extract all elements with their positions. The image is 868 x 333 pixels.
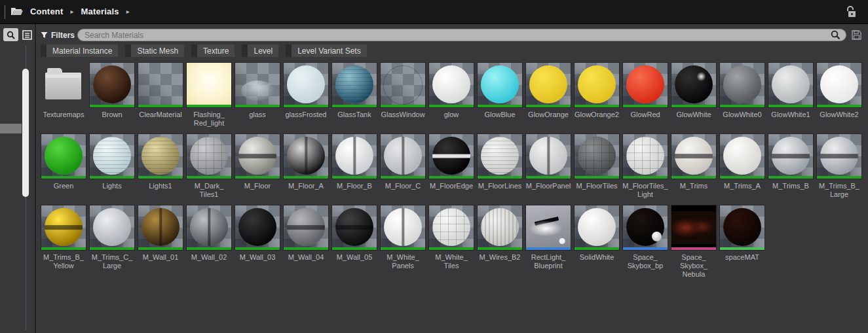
- asset-tile-M_White_Tiles[interactable]: M_​White_​Tiles: [429, 205, 474, 279]
- asset-tile-M_Floor[interactable]: M_​Floor: [235, 134, 280, 199]
- asset-tile-GlowRed[interactable]: GlowRed: [623, 63, 668, 128]
- asset-tile-M_Floor_C[interactable]: M_​Floor_​C: [381, 134, 425, 199]
- asset-tile-M_Wires_B2[interactable]: M_​Wires_​B2: [478, 205, 522, 279]
- funnel-icon: [41, 31, 48, 39]
- asset-tile-Green[interactable]: Green: [41, 134, 86, 199]
- asset-thumbnail: [381, 63, 425, 107]
- breadcrumb-caret-icon: ▸: [71, 8, 74, 15]
- asset-tile-Flashing_Red_light[interactable]: Flashing_​Red_​light: [187, 63, 231, 128]
- asset-tile-M_Dark_Tiles1[interactable]: M_​Dark_​Tiles1: [187, 134, 231, 199]
- asset-sphere-preview: [384, 137, 422, 175]
- asset-sphere-preview: [93, 65, 131, 103]
- asset-label: M_​FloorLines: [476, 182, 523, 199]
- breadcrumb-content[interactable]: Content: [30, 7, 64, 16]
- search-toggle-button[interactable]: [3, 28, 18, 41]
- asset-tile-M_Floor_A[interactable]: M_​Floor_​A: [284, 134, 328, 199]
- asset-tile-Texturemaps[interactable]: Texturemaps: [41, 63, 86, 128]
- filter-chip-label: Texture: [197, 44, 235, 57]
- asset-tile-Lights[interactable]: Lights: [90, 134, 134, 199]
- asset-tile-M_Trims_B_Large[interactable]: M_​Trims_​B_​Large: [817, 134, 861, 199]
- asset-tile-M_White_Panels[interactable]: M_​White_​Panels: [381, 205, 425, 279]
- asset-sphere-preview: [142, 137, 179, 175]
- lock-open-icon[interactable]: [846, 6, 856, 18]
- asset-type-bar: [138, 176, 183, 179]
- filter-chip-static-mesh[interactable]: Static Mesh: [125, 44, 184, 57]
- asset-thumbnail: [478, 205, 522, 250]
- asset-tile-GlassTank[interactable]: GlassTank: [332, 63, 377, 128]
- asset-tile-SolidWhite[interactable]: SolidWhite: [575, 205, 619, 279]
- filter-chip-texture[interactable]: Texture: [191, 44, 235, 57]
- asset-thumbnail: [671, 134, 716, 179]
- content-browser-window: Content ▸ Materials ▸ Filter: [0, 0, 868, 333]
- search-materials-input[interactable]: [83, 30, 831, 41]
- asset-tile-glow[interactable]: glow: [429, 63, 474, 128]
- asset-tile-M_FloorTiles_Light[interactable]: M_​FloorTiles_​Light: [623, 134, 668, 199]
- asset-thumbnail: [332, 205, 377, 250]
- sources-panel-handle[interactable]: [0, 124, 22, 133]
- asset-label: M_​Trims_​B_​Yellow: [40, 253, 87, 270]
- asset-type-bar: [138, 105, 183, 107]
- breadcrumb-materials[interactable]: Materials: [81, 7, 119, 16]
- view-options-button[interactable]: [20, 28, 34, 41]
- asset-sphere-preview: [772, 65, 810, 103]
- asset-tile-GlowWhite0[interactable]: GlowWhite0: [720, 63, 764, 128]
- filter-chip-level[interactable]: Level: [242, 44, 278, 57]
- filter-chip-material-instance[interactable]: Material Instance: [41, 44, 118, 57]
- asset-tile-Space_Skybox_Nebula[interactable]: Space_​Skybox_​Nebula: [671, 205, 716, 279]
- asset-tile-M_FloorTiles[interactable]: M_​FloorTiles: [575, 134, 619, 199]
- asset-tile-M_Trims_A[interactable]: M_​Trims_​A: [720, 134, 764, 199]
- asset-tile-glassFrosted[interactable]: glassFrosted: [284, 63, 328, 128]
- asset-tile-GlowOrange2[interactable]: GlowOrange2: [575, 63, 619, 128]
- asset-sphere-preview: [45, 137, 83, 175]
- asset-tile-GlowWhite[interactable]: GlowWhite: [671, 63, 716, 128]
- asset-label: GlassWindow: [379, 111, 426, 128]
- asset-thumbnail: [575, 205, 619, 250]
- asset-tile-GlassWindow[interactable]: GlassWindow: [381, 63, 425, 128]
- asset-label: M_​FloorTiles: [573, 182, 620, 199]
- asset-sphere-preview: [578, 208, 616, 246]
- asset-tile-M_Wall_05[interactable]: M_​Wall_​05: [332, 205, 377, 279]
- asset-tile-ClearMaterial[interactable]: ClearMaterial: [138, 63, 183, 128]
- asset-tile-glass[interactable]: glass: [235, 63, 280, 128]
- asset-tile-M_Trims_B[interactable]: M_​Trims_​B: [768, 134, 813, 199]
- asset-tile-M_Wall_01[interactable]: M_​Wall_​01: [138, 205, 183, 279]
- asset-tile-Space_Skybox_bp[interactable]: Space_​Skybox_​bp: [623, 205, 668, 279]
- asset-thumbnail: [138, 63, 183, 107]
- asset-tile-M_Trims_C_Large[interactable]: M_​Trims_​C_​Large: [90, 205, 134, 279]
- search-icon: [7, 31, 15, 39]
- asset-label: M_​FloorPanel: [525, 182, 572, 199]
- asset-tile-M_FloorEdge[interactable]: M_​FloorEdge: [429, 134, 474, 199]
- asset-tile-spaceMAT[interactable]: spaceMAT: [720, 205, 764, 279]
- asset-sphere-preview: [432, 137, 470, 175]
- filter-chip-level-variant-sets[interactable]: Level Variant Sets: [286, 44, 367, 57]
- asset-tile-M_Trims_B_Yellow[interactable]: M_​Trims_​B_​Yellow: [41, 205, 86, 279]
- asset-thumbnail: [381, 205, 425, 250]
- asset-label: ClearMaterial: [137, 111, 184, 128]
- asset-tile-M_Wall_02[interactable]: M_​Wall_​02: [187, 205, 231, 279]
- asset-tile-M_Wall_04[interactable]: M_​Wall_​04: [284, 205, 328, 279]
- asset-thumbnail: [768, 134, 813, 179]
- asset-tile-M_Trims[interactable]: M_​Trims: [671, 134, 716, 199]
- asset-tile-GlowWhite2[interactable]: GlowWhite2: [817, 63, 861, 128]
- asset-tile-M_Wall_03[interactable]: M_​Wall_​03: [235, 205, 280, 279]
- save-search-button[interactable]: [852, 30, 861, 40]
- asset-tile-RectLight_Blueprint[interactable]: RectLight_​Blueprint: [526, 205, 571, 279]
- asset-tile-GlowOrange[interactable]: GlowOrange: [526, 63, 571, 128]
- asset-tile-Brown[interactable]: Brown: [90, 63, 134, 128]
- asset-tile-Lights1[interactable]: Lights1: [138, 134, 183, 199]
- asset-thumbnail: [90, 63, 134, 107]
- asset-type-bar: [720, 105, 764, 107]
- filter-chip-indicator: [286, 44, 292, 57]
- asset-thumbnail: [235, 205, 280, 250]
- asset-tile-GlowWhite1[interactable]: GlowWhite1: [768, 63, 813, 128]
- scrollbar-thumb[interactable]: [22, 69, 29, 197]
- asset-type-bar: [381, 247, 425, 250]
- asset-thumbnail: [623, 134, 668, 179]
- asset-label: Texturemaps: [40, 111, 87, 128]
- filters-button[interactable]: Filters ▾: [41, 29, 81, 41]
- asset-tile-GlowBlue[interactable]: GlowBlue: [478, 63, 522, 128]
- asset-tile-M_FloorLines[interactable]: M_​FloorLines: [478, 134, 522, 199]
- asset-tile-M_FloorPanel[interactable]: M_​FloorPanel: [526, 134, 571, 199]
- panel-divider[interactable]: [35, 24, 36, 333]
- asset-tile-M_Floor_B[interactable]: M_​Floor_​B: [332, 134, 377, 199]
